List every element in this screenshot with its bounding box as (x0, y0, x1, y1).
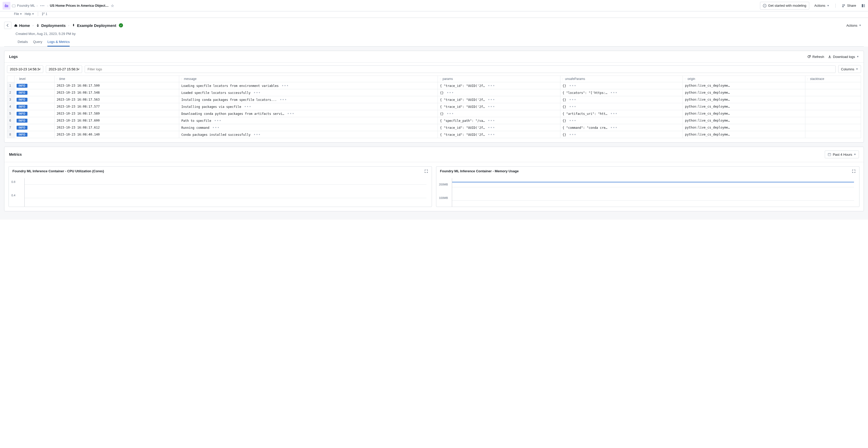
more-icon[interactable]: ••• (243, 104, 252, 109)
table-row[interactable]: 2INFO2023-10-23 16:08:17.548Loaded specf… (7, 89, 861, 96)
refresh-button[interactable]: Refresh (807, 55, 824, 59)
tab-query[interactable]: Query (33, 38, 42, 46)
filter-logs-input[interactable] (85, 65, 836, 73)
more-icon[interactable]: ••• (487, 98, 496, 102)
more-icon[interactable]: ••• (446, 91, 455, 95)
table-row[interactable]: 6INFO2023-10-23 16:08:17.600Path to spec… (7, 117, 861, 124)
collaborators-indicator[interactable]: 1 (42, 12, 48, 16)
col-unsafeparams[interactable]: ⋮⋮unsafeParams (560, 76, 683, 82)
back-button[interactable] (4, 22, 11, 29)
more-icon[interactable]: ••• (213, 118, 222, 123)
col-time[interactable]: ⋮⋮time (54, 76, 179, 82)
app-topbar: Foundry ML › ••• › US Home Prices in Ame… (0, 0, 868, 11)
more-icon[interactable]: ••• (280, 83, 290, 88)
more-icon[interactable]: ••• (568, 83, 578, 88)
created-text: Created Mon, Aug 21, 2023, 5:29 PM by (4, 29, 864, 38)
more-icon[interactable]: ••• (446, 111, 455, 116)
more-icon[interactable]: ••• (487, 132, 496, 137)
breadcrumb-home[interactable]: Home (14, 23, 30, 28)
breadcrumb-product[interactable]: Foundry ML (17, 4, 35, 7)
content-area: Logs Refresh Download logs ▼ Columns ▼ (0, 46, 868, 219)
panel-toggle-icon[interactable] (861, 4, 865, 8)
more-icon[interactable]: ••• (568, 104, 578, 109)
help-icon: ? (763, 4, 767, 7)
cell-time: 2023-10-23 16:08:17.548 (54, 89, 179, 96)
cell-stacktrace (805, 96, 861, 103)
cell-origin: python:live_cs_deployme… (683, 117, 805, 124)
cell-time: 2023-10-23 16:08:17.600 (54, 117, 179, 124)
refresh-icon (807, 55, 811, 59)
deploy-icon (36, 24, 40, 27)
table-row[interactable]: 1INFO2023-10-23 16:08:17.500Loading spec… (7, 82, 861, 89)
download-logs-button[interactable]: Download logs ▼ (828, 55, 859, 59)
cell-origin: python:live_cs_deployme… (683, 103, 805, 110)
cell-origin: python:live_cs_deployme… (683, 110, 805, 117)
more-icon[interactable]: ••• (487, 104, 496, 109)
cell-unsafe: { "command": "conda cre… ••• (560, 124, 683, 131)
breadcrumb-deployments[interactable]: Deployments (36, 23, 65, 28)
table-row[interactable]: 7INFO2023-10-23 16:08:17.612Running comm… (7, 124, 861, 131)
cell-origin: python:live_cs_deployme… (683, 131, 805, 138)
cell-origin: python:live_cs_deployme… (683, 96, 805, 103)
time-range-button[interactable]: Past 4 Hours ▼ (825, 150, 859, 158)
more-icon[interactable]: ••• (487, 118, 496, 123)
help-menu[interactable]: Help ▼ (25, 12, 34, 16)
page-header: Home › Deployments › Example Deployment … (0, 18, 868, 46)
cell-unsafe: {} ••• (560, 96, 683, 103)
expand-icon[interactable] (852, 169, 856, 173)
ytick: 100MB (439, 196, 448, 199)
get-started-button[interactable]: ? Get started with modeling (760, 2, 809, 9)
memory-chart-title: Foundry ML Inference Container - Memory … (440, 169, 519, 173)
more-icon[interactable]: ••• (211, 126, 221, 130)
more-icon[interactable]: ••• (568, 132, 578, 137)
cell-message: Downloading conda python packages from a… (179, 110, 438, 117)
tab-logs-metrics[interactable]: Logs & Metrics (48, 38, 70, 46)
col-level[interactable]: ⋮⋮level (14, 76, 55, 82)
more-icon[interactable]: ••• (487, 126, 496, 130)
star-icon[interactable]: ☆ (111, 4, 114, 8)
cell-params: { "trace_id": "UUID('2f… ••• (438, 124, 560, 131)
breadcrumb-overflow[interactable]: ••• (39, 4, 46, 8)
actions-menu[interactable]: Actions ▼ (812, 2, 832, 9)
col-stacktrace[interactable]: ⋮⋮stacktrace (805, 76, 861, 82)
table-row[interactable]: 8INFO2023-10-23 16:08:40.140Conda packag… (7, 131, 861, 138)
cell-level: INFO (14, 131, 55, 138)
svg-point-6 (844, 4, 845, 5)
app-icon[interactable] (3, 2, 10, 9)
date-from-input[interactable] (7, 65, 43, 73)
chevron-right-icon: › (36, 4, 37, 7)
more-icon[interactable]: ••• (279, 98, 288, 102)
col-message[interactable]: ⋮⋮message (179, 76, 438, 82)
more-icon[interactable]: ••• (609, 126, 619, 130)
page-actions-menu[interactable]: Actions ▼ (844, 22, 864, 29)
more-icon[interactable]: ••• (252, 91, 262, 95)
col-params[interactable]: ⋮⋮params (438, 76, 560, 82)
col-origin[interactable]: ⋮⋮origin (683, 76, 805, 82)
share-button[interactable]: Share (839, 2, 859, 9)
file-menu[interactable]: File ▼ (14, 12, 22, 16)
more-icon[interactable]: ••• (568, 98, 578, 102)
cell-unsafe: { "artifacts_uri": "htt… ••• (560, 110, 683, 117)
svg-rect-12 (828, 153, 831, 156)
tab-details[interactable]: Details (18, 38, 28, 46)
more-icon[interactable]: ••• (286, 111, 296, 116)
table-row[interactable]: 4INFO2023-10-23 16:08:17.577Installing p… (7, 103, 861, 110)
table-row[interactable]: 3INFO2023-10-23 16:08:17.563Installing c… (7, 96, 861, 103)
expand-icon[interactable] (425, 169, 428, 173)
chevron-right-icon: › (68, 24, 69, 27)
more-icon[interactable]: ••• (568, 118, 578, 123)
more-icon[interactable]: ••• (609, 111, 619, 116)
cell-message: Loaded specfile locators successfully ••… (179, 89, 438, 96)
cell-time: 2023-10-23 16:08:17.589 (54, 110, 179, 117)
cell-time: 2023-10-23 16:08:40.140 (54, 131, 179, 138)
svg-point-10 (43, 13, 44, 13)
svg-rect-7 (862, 4, 863, 7)
more-icon[interactable]: ••• (609, 91, 619, 95)
columns-button[interactable]: Columns ▼ (838, 65, 861, 73)
cell-params: { "trace_id": "UUID('2f… ••• (438, 103, 560, 110)
more-icon[interactable]: ••• (252, 132, 262, 137)
table-row[interactable]: 5INFO2023-10-23 16:08:17.589Downloading … (7, 110, 861, 117)
date-to-input[interactable] (46, 65, 82, 73)
ytick: 0.4 (11, 194, 15, 197)
more-icon[interactable]: ••• (487, 83, 496, 88)
